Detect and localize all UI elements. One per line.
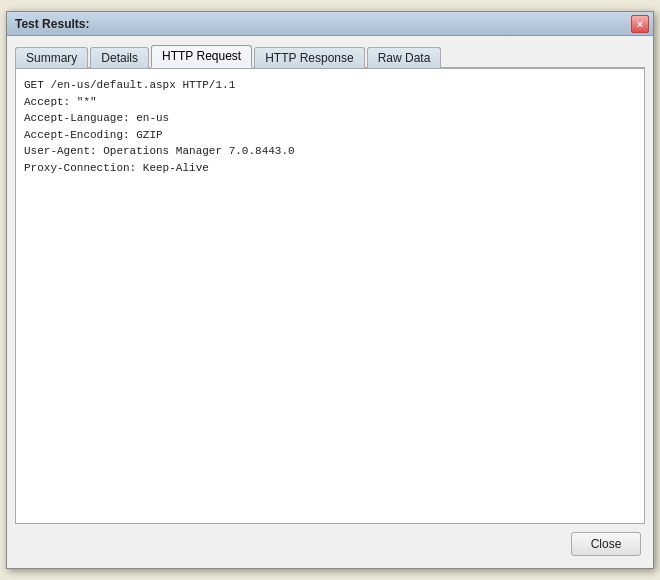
- dialog-title: Test Results:: [15, 17, 89, 31]
- bottom-bar: Close: [15, 524, 645, 560]
- tab-raw-data[interactable]: Raw Data: [367, 47, 442, 68]
- test-results-dialog: Test Results: × Summary Details HTTP Req…: [6, 11, 654, 569]
- tab-http-response[interactable]: HTTP Response: [254, 47, 364, 68]
- tab-details[interactable]: Details: [90, 47, 149, 68]
- close-x-icon: ×: [637, 18, 643, 30]
- tab-bar: Summary Details HTTP Request HTTP Respon…: [15, 44, 645, 69]
- tab-summary[interactable]: Summary: [15, 47, 88, 68]
- content-wrapper: GET /en-us/default.aspx HTTP/1.1 Accept:…: [15, 69, 645, 524]
- http-request-text: GET /en-us/default.aspx HTTP/1.1 Accept:…: [24, 77, 636, 176]
- title-bar-close-button[interactable]: ×: [631, 15, 649, 33]
- title-bar: Test Results: ×: [7, 12, 653, 36]
- dialog-body: Summary Details HTTP Request HTTP Respon…: [7, 36, 653, 568]
- tab-http-request[interactable]: HTTP Request: [151, 45, 252, 68]
- close-button[interactable]: Close: [571, 532, 641, 556]
- http-request-content[interactable]: GET /en-us/default.aspx HTTP/1.1 Accept:…: [15, 69, 645, 524]
